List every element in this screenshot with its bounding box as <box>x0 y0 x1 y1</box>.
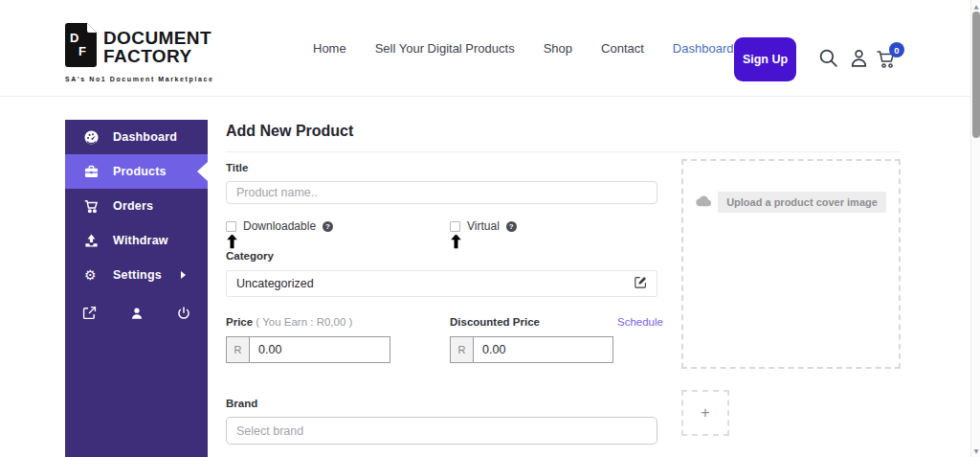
briefcase-icon <box>84 165 100 178</box>
edit-icon[interactable] <box>635 275 647 292</box>
withdraw-upload-icon <box>84 234 100 248</box>
price-label-text: Price <box>226 316 253 328</box>
logo-line2: FACTORY <box>103 47 212 65</box>
logo[interactable]: D F DOCUMENT FACTORY SA's No1 Document M… <box>65 23 213 82</box>
pointer-arrow-annotation <box>224 232 240 250</box>
sidebar-item-label: Products <box>113 165 167 178</box>
brand-label: Brand <box>226 398 257 409</box>
external-link-icon[interactable] <box>82 306 97 320</box>
downloadable-option: Downloadable ? <box>226 219 333 233</box>
discounted-price-label: Discounted Price <box>450 316 540 328</box>
cover-image-dropzone[interactable]: Upload a product cover image <box>681 159 901 369</box>
logo-wordmark: DOCUMENT FACTORY <box>103 29 212 65</box>
nav-home[interactable]: Home <box>313 41 346 56</box>
divider <box>226 151 901 152</box>
vertical-scrollbar[interactable]: ▲ ▼ <box>970 0 980 457</box>
sidebar-item-products[interactable]: Products <box>65 154 208 189</box>
cloud-upload-icon <box>696 194 711 211</box>
upload-cover-image-button[interactable]: Upload a product cover image <box>718 192 886 213</box>
price-label: Price ( You Earn : R0,00 ) <box>226 316 352 328</box>
add-gallery-image-tile[interactable]: + <box>681 390 729 436</box>
chevron-right-icon <box>181 271 186 279</box>
profile-icon[interactable] <box>130 307 144 320</box>
gauge-icon <box>84 130 100 145</box>
nav-dashboard[interactable]: Dashboard <box>673 41 734 56</box>
title-label: Title <box>226 162 248 173</box>
currency-prefix: R <box>450 336 473 363</box>
sidebar-item-settings[interactable]: ⚙ Settings <box>65 258 208 292</box>
search-icon[interactable] <box>818 48 838 72</box>
sidebar-item-withdraw[interactable]: Withdraw <box>65 223 208 258</box>
currency-prefix: R <box>226 336 249 363</box>
category-value: Uncategorized <box>236 277 314 290</box>
scroll-up-icon[interactable]: ▲ <box>971 3 980 10</box>
price-input[interactable] <box>249 336 390 363</box>
sidebar-footer <box>65 292 208 320</box>
pointer-arrow-annotation <box>448 232 464 250</box>
help-icon[interactable]: ? <box>506 221 517 232</box>
page: D F DOCUMENT FACTORY SA's No1 Document M… <box>0 0 980 457</box>
svg-text:D: D <box>70 31 78 45</box>
cart-icon <box>84 199 100 214</box>
discounted-price-input-group: R <box>450 336 613 363</box>
sidebar-item-orders[interactable]: Orders <box>65 189 208 223</box>
virtual-checkbox[interactable] <box>450 221 460 232</box>
logo-line1: DOCUMENT <box>103 29 212 47</box>
svg-text:F: F <box>78 44 86 58</box>
price-input-group: R <box>226 336 390 363</box>
dashboard-sidebar: Dashboard Products Orders Withdraw ⚙ Set… <box>65 120 208 457</box>
page-title: Add New Product <box>226 123 353 140</box>
scroll-down-icon[interactable]: ▼ <box>971 447 980 454</box>
cart-count-badge: 0 <box>889 42 904 57</box>
nav-shop[interactable]: Shop <box>544 41 572 56</box>
help-icon[interactable]: ? <box>323 221 333 232</box>
nav-sell-your-digital-products[interactable]: Sell Your Digital Products <box>375 41 515 56</box>
brand-select-input[interactable] <box>226 417 657 445</box>
schedule-link[interactable]: Schedule <box>617 316 663 328</box>
scrollbar-thumb[interactable] <box>972 11 980 138</box>
nav-contact[interactable]: Contact <box>601 41 644 56</box>
downloadable-checkbox[interactable] <box>226 221 236 232</box>
gear-icon: ⚙ <box>84 268 100 282</box>
virtual-option: Virtual ? <box>450 219 517 233</box>
sign-up-button[interactable]: Sign Up <box>734 37 796 81</box>
product-title-input[interactable] <box>226 181 657 204</box>
document-factory-logo-icon: D F <box>65 23 97 71</box>
account-icon[interactable] <box>849 48 869 72</box>
virtual-label[interactable]: Virtual <box>467 219 500 233</box>
downloadable-label[interactable]: Downloadable <box>243 219 316 233</box>
logo-tagline: SA's No1 Document Marketplace <box>65 76 213 82</box>
main-nav: Home Sell Your Digital Products Shop Con… <box>313 0 733 97</box>
category-label: Category <box>226 250 274 262</box>
sidebar-item-label: Settings <box>113 268 162 282</box>
top-navbar: D F DOCUMENT FACTORY SA's No1 Document M… <box>0 0 980 97</box>
sidebar-item-label: Dashboard <box>113 130 177 144</box>
category-select[interactable]: Uncategorized <box>226 270 657 297</box>
sidebar-item-label: Orders <box>113 199 153 213</box>
sidebar-item-label: Withdraw <box>113 234 168 247</box>
you-earn-hint: ( You Earn : R0,00 ) <box>256 316 352 328</box>
discounted-price-input[interactable] <box>473 336 613 363</box>
sidebar-item-dashboard[interactable]: Dashboard <box>65 120 208 154</box>
logout-power-icon[interactable] <box>177 307 190 320</box>
